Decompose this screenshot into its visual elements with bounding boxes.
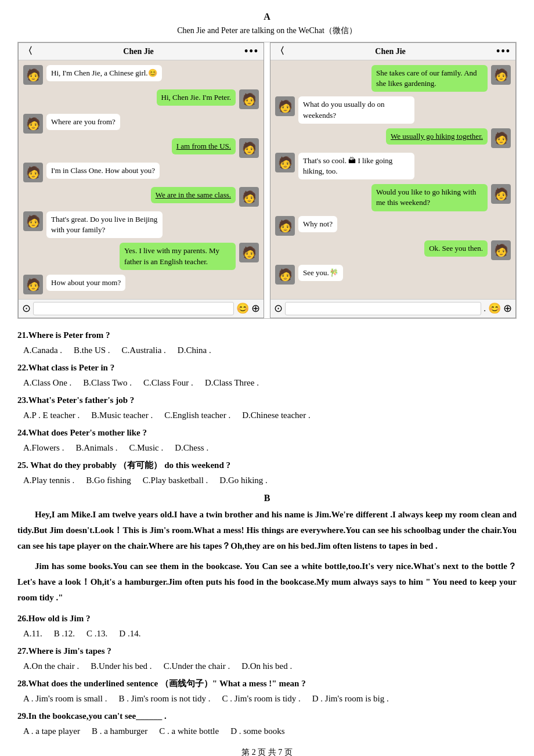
bubble: I'm in Class One. How about you? xyxy=(46,163,160,179)
question-28: 28.What does the underlined sentence （画线… xyxy=(17,676,517,705)
option: A.P . E teacher . xyxy=(23,408,80,422)
avatar-chen: 🧑 xyxy=(275,153,295,172)
question-29-text: 29.In the bookcase,you can't see______ . xyxy=(17,709,517,723)
chat-title-left: Chen Jie xyxy=(123,47,154,56)
option: D.On his bed . xyxy=(241,659,292,673)
bubble: Hi, Chen Jie. I'm Peter. xyxy=(157,89,236,106)
question-27-options: A.On the chair . B.Under his bed . C.Und… xyxy=(17,659,517,673)
chat-panel-left: 〈 Chen Jie ••• 🧑 Hi, I'm Chen Jie, a Chi… xyxy=(18,42,264,318)
option: B.Go fishing xyxy=(86,473,131,487)
msg-row: 🧑 Hi, Chen Jie. I'm Peter. xyxy=(23,89,259,109)
question-25-text: 25. What do they probably （有可能） do this … xyxy=(17,458,517,472)
option: B.Class Two . xyxy=(83,376,132,390)
option: C . Jim's room is tidy . xyxy=(222,692,301,705)
question-23-options: A.P . E teacher . B.Music teacher . C.En… xyxy=(17,408,517,422)
chat-footer-left: ⊙ 😊 ⊕ xyxy=(19,299,264,318)
chat-body-right: 🧑 She takes care of our family. And she … xyxy=(270,60,515,299)
plus-icon-right[interactable]: ⊕ xyxy=(503,302,512,315)
msg-row: 🧑 See you.🎋 xyxy=(275,265,511,285)
back-arrow-left[interactable]: 〈 xyxy=(23,45,33,57)
option: B.the US . xyxy=(74,343,110,357)
chat-panel-right: 〈 Chen Jie ••• 🧑 She takes care of our f… xyxy=(270,42,516,318)
option: C.Music . xyxy=(129,441,164,455)
msg-row: 🧑 Hi, I'm Chen Jie, a Chinese girl.😊 xyxy=(23,65,259,85)
bubble: Hi, I'm Chen Jie, a Chinese girl.😊 xyxy=(46,65,162,81)
option: A.Play tennis . xyxy=(23,473,74,487)
question-25-options: A.Play tennis . B.Go fishing C.Play bask… xyxy=(17,473,517,487)
avatar-chen: 🧑 xyxy=(23,114,43,134)
avatar-chen: 🧑 xyxy=(275,265,295,285)
question-26-options: A.11. B .12. C .13. D .14. xyxy=(17,627,517,640)
msg-row: 🧑 What do you usually do on weekends? xyxy=(275,96,511,123)
back-arrow-right[interactable]: 〈 xyxy=(275,45,284,57)
question-24-text: 24.What does Peter's mother like ? xyxy=(17,426,517,440)
dots-left[interactable]: ••• xyxy=(244,45,259,57)
question-21: 21.Where is Peter from ? A.Canada . B.th… xyxy=(17,328,517,357)
dots-right[interactable]: ••• xyxy=(496,45,511,57)
section-subtitle: Chen Jie and Peter are talking on the We… xyxy=(17,26,517,36)
chat-input-right[interactable] xyxy=(285,302,481,315)
bubble: Where are you from? xyxy=(46,114,120,130)
emoji-icon-right[interactable]: 😊 xyxy=(488,302,501,315)
bubble: That's great. Do you live in Beijing wit… xyxy=(46,211,163,238)
msg-row: 🧑 That's so cool. 🏔 I like going hiking,… xyxy=(275,153,511,179)
option: C.Australia . xyxy=(122,343,166,357)
mic-icon-left[interactable]: ⊙ xyxy=(22,302,31,315)
option: B.Music teacher . xyxy=(91,408,153,422)
option: B.Under his bed . xyxy=(91,659,151,673)
avatar-peter: 🧑 xyxy=(491,184,511,204)
option: D . Jim's room is big . xyxy=(312,692,389,705)
section-b-label: B xyxy=(17,493,517,503)
question-22: 22.What class is Peter in ? A.Class One … xyxy=(17,361,517,390)
msg-row: 🧑 Where are you from? xyxy=(23,114,259,134)
msg-row: 🧑 How about your mom? xyxy=(23,275,259,294)
avatar-chen: 🧑 xyxy=(23,65,43,85)
chat-header-right: 〈 Chen Jie ••• xyxy=(270,43,515,60)
avatar-peter: 🧑 xyxy=(491,65,511,85)
option: D.Go hiking . xyxy=(219,473,268,487)
bubble: See you.🎋 xyxy=(298,265,343,281)
msg-row: 🧑 Yes. I live with my parents. My father… xyxy=(23,243,259,269)
option: A . a tape player xyxy=(23,724,80,738)
option: B .12. xyxy=(54,627,75,640)
section-a-label: A xyxy=(17,12,517,22)
option: A.Class One . xyxy=(23,376,71,390)
msg-row: 🧑 Ok. See you then. xyxy=(275,240,511,260)
mic-icon-right[interactable]: ⊙ xyxy=(274,302,283,315)
question-21-text: 21.Where is Peter from ? xyxy=(17,328,517,342)
option: D.Class Three . xyxy=(205,376,259,390)
avatar-peter: 🧑 xyxy=(239,89,259,109)
chat-container: 〈 Chen Jie ••• 🧑 Hi, I'm Chen Jie, a Chi… xyxy=(17,42,517,319)
question-29-options: A . a tape player B . a hamburger C . a … xyxy=(17,724,517,738)
msg-row: 🧑 Would you like to go hiking with me th… xyxy=(275,184,511,211)
dot-separator: . xyxy=(484,304,486,314)
chat-input-left[interactable] xyxy=(33,302,234,315)
question-26: 26.How old is Jim ? A.11. B .12. C .13. … xyxy=(17,611,517,640)
question-26-text: 26.How old is Jim ? xyxy=(17,611,517,625)
emoji-icon-left[interactable]: 😊 xyxy=(236,302,249,315)
bubble: She takes care of our family. And she li… xyxy=(371,65,488,92)
avatar-peter: 🧑 xyxy=(239,187,259,207)
avatar-chen: 🧑 xyxy=(23,211,43,231)
msg-row: 🧑 Why not? xyxy=(275,216,511,236)
chat-body-left: 🧑 Hi, I'm Chen Jie, a Chinese girl.😊 🧑 H… xyxy=(19,60,264,299)
questions-section-a: 21.Where is Peter from ? A.Canada . B.th… xyxy=(17,328,517,487)
option: B . a hamburger xyxy=(92,724,147,738)
msg-row: 🧑 She takes care of our family. And she … xyxy=(275,65,511,92)
option: A.Flowers . xyxy=(23,441,64,455)
bubble: Would you like to go hiking with me this… xyxy=(371,184,488,211)
bubble: What do you usually do on weekends? xyxy=(298,96,414,123)
bubble: How about your mom? xyxy=(46,275,125,291)
question-28-text: 28.What does the underlined sentence （画线… xyxy=(17,676,517,690)
plus-icon-left[interactable]: ⊕ xyxy=(251,302,260,315)
option: B.Animals . xyxy=(75,441,117,455)
bubble: We are in the same class. xyxy=(151,187,236,203)
chat-header-left: 〈 Chen Jie ••• xyxy=(19,43,264,60)
avatar-chen: 🧑 xyxy=(23,163,43,182)
passage-b-2: Jim has some books.You can see them in t… xyxy=(17,559,517,606)
bubble: We usually go hiking together. xyxy=(386,128,488,145)
bubble: Ok. See you then. xyxy=(424,240,488,257)
chat-title-right: Chen Jie xyxy=(375,47,406,56)
option: B . Jim's room is not tidy . xyxy=(118,692,210,705)
avatar-chen: 🧑 xyxy=(275,216,295,236)
